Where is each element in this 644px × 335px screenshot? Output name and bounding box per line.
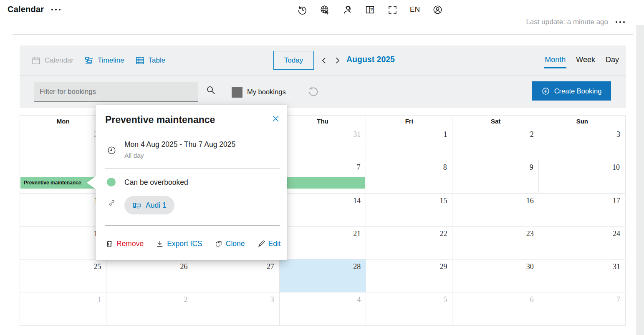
day-cell[interactable]: 2 (106, 292, 193, 325)
action-edit[interactable]: Edit (257, 239, 281, 248)
timeline-icon (84, 56, 94, 65)
overflow-menu-icon[interactable] (616, 21, 625, 23)
view-tab-calendar[interactable]: Calendar (31, 56, 73, 65)
date-number: 5 (443, 295, 447, 304)
globe-pointer-icon[interactable] (320, 5, 330, 15)
account-icon[interactable] (432, 5, 443, 15)
day-cell[interactable]: 9 (452, 160, 539, 193)
my-bookings-swatch (232, 87, 242, 98)
day-cell[interactable]: 7 (539, 292, 625, 325)
date-number: 15 (439, 196, 447, 205)
status-row: Last update: a minute ago (526, 18, 625, 26)
app-title-menu-icon[interactable] (51, 9, 61, 10)
date-number: 31 (613, 262, 620, 271)
close-icon[interactable] (271, 114, 280, 123)
scale-tab-week[interactable]: Week (576, 55, 595, 64)
action-label: Remove (116, 239, 144, 248)
day-cell[interactable]: 28 (20, 127, 106, 160)
popup-actions: RemoveExport ICSCloneEdit (105, 233, 281, 254)
date-number: 2 (530, 130, 534, 139)
day-cell[interactable]: 21 (280, 227, 366, 259)
day-cell[interactable]: 29 (366, 259, 452, 292)
date-number: 7 (616, 295, 620, 304)
day-cell[interactable]: 2 (452, 127, 539, 160)
view-tab-timeline[interactable]: Timeline (84, 56, 124, 65)
filter-input[interactable] (34, 82, 198, 102)
view-switcher: CalendarTimelineTable (31, 45, 165, 76)
scale-tab-month[interactable]: Month (545, 55, 566, 64)
next-month-icon[interactable] (333, 55, 342, 65)
toolbar-row-views: CalendarTimelineTable Today August 2025 … (20, 45, 626, 76)
day-cell[interactable]: 14 (280, 194, 366, 227)
day-header-fri: Fri (366, 116, 452, 127)
day-cell-today[interactable]: 28 (280, 259, 366, 292)
help-book-icon[interactable]: ? (365, 5, 375, 15)
app-bar: Calendar ? EN (0, 0, 644, 19)
create-booking-button[interactable]: Create Booking (532, 81, 611, 101)
trash-icon (105, 239, 114, 248)
action-label: Edit (268, 239, 281, 248)
date-number: 9 (530, 163, 533, 172)
resource-chip[interactable]: Audi 1 (124, 196, 174, 214)
booking-popup: Preventive maintenance Mon 4 Aug 2025 - … (96, 105, 287, 260)
view-tab-label: Calendar (45, 56, 73, 65)
today-button[interactable]: Today (273, 51, 314, 70)
date-number: 27 (267, 262, 274, 271)
scrollbar[interactable] (636, 25, 644, 335)
scale-tab-day[interactable]: Day (606, 55, 619, 64)
my-bookings-legend[interactable]: My bookings (232, 76, 286, 108)
day-cell[interactable]: 30 (452, 259, 539, 292)
link-icon (108, 199, 116, 207)
day-cell[interactable]: 27 (193, 259, 280, 292)
date-number: 21 (353, 229, 361, 238)
date-number: 10 (612, 163, 620, 172)
popup-all-day: All day (124, 152, 144, 159)
page: Last update: a minute ago CalendarTimeli… (0, 0, 644, 335)
scale-switcher: MonthWeekDay (545, 55, 619, 64)
day-cell[interactable]: 26 (106, 259, 193, 292)
day-cell[interactable]: 4 (280, 292, 366, 325)
action-export-ics[interactable]: Export ICS (156, 239, 202, 248)
day-cell[interactable]: 3 (193, 292, 280, 325)
my-bookings-label: My bookings (247, 88, 286, 96)
day-cell[interactable]: 24 (539, 227, 625, 259)
day-cell[interactable]: 11 (20, 194, 106, 227)
day-cell[interactable]: 31 (539, 259, 625, 292)
prev-month-icon[interactable] (320, 55, 329, 65)
fullscreen-icon[interactable] (387, 5, 398, 15)
date-number: 24 (613, 229, 620, 238)
period-label: August 2025 (346, 55, 395, 64)
language-selector[interactable]: EN (410, 5, 420, 14)
view-tab-table[interactable]: Table (135, 56, 166, 65)
create-booking-label: Create Booking (554, 87, 602, 95)
app-title: Calendar (8, 5, 44, 14)
action-label: Clone (226, 239, 245, 248)
day-cell[interactable]: 17 (539, 194, 625, 227)
day-cell[interactable]: 16 (452, 194, 539, 227)
day-cell[interactable]: 15 (366, 194, 452, 227)
date-number: 4 (357, 295, 361, 304)
day-cell[interactable]: 22 (366, 227, 452, 259)
action-clone[interactable]: Clone (215, 239, 245, 248)
day-cell[interactable]: 23 (452, 227, 539, 259)
day-cell[interactable]: 1 (366, 127, 452, 160)
history-icon[interactable] (297, 5, 308, 15)
action-remove[interactable]: Remove (105, 239, 144, 248)
day-cell[interactable]: 1 (20, 292, 106, 325)
day-cell[interactable]: 25 (20, 259, 106, 292)
date-number: 2 (184, 295, 188, 304)
support-icon[interactable] (342, 5, 353, 15)
day-cell[interactable]: 10 (539, 160, 625, 193)
day-cell[interactable]: 18 (20, 227, 106, 259)
day-cell[interactable]: 8 (366, 160, 452, 193)
day-cell[interactable]: 6 (452, 292, 539, 325)
calendar-icon (31, 56, 41, 65)
date-number: 1 (97, 295, 101, 304)
day-cell[interactable]: 31 (280, 127, 366, 160)
view-tab-label: Timeline (98, 56, 124, 65)
day-cell[interactable]: 5 (366, 292, 452, 325)
refresh-icon[interactable] (308, 86, 319, 98)
day-cell[interactable]: 3 (539, 127, 625, 160)
device-icon (132, 201, 141, 210)
search-icon[interactable] (205, 85, 216, 96)
